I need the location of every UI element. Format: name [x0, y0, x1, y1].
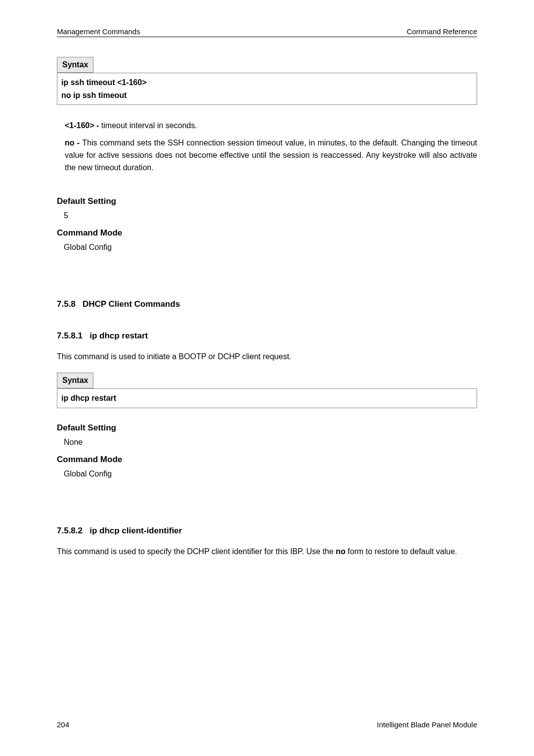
section-7581: 7.5.8.1 ip dhcp restart	[57, 331, 477, 341]
param-block-1: <1-160> - timeout interval in seconds. n…	[65, 120, 477, 174]
section-758-title: DHCP Client Commands	[83, 299, 180, 309]
header-left: Management Commands	[57, 27, 406, 36]
header-right: Command Reference	[406, 27, 477, 36]
section-7582: 7.5.8.2 ip dhcp client-identifier	[57, 526, 477, 536]
section-7581-desc: This command is used to initiate a BOOTP…	[57, 351, 477, 363]
footer-page: 204	[57, 720, 69, 729]
syntax-block-1: Syntax ip ssh timeout <1-160> no ip ssh …	[57, 57, 477, 105]
section-7581-title: ip dhcp restart	[89, 331, 148, 340]
mode-value-2: Global Config	[64, 470, 477, 478]
param-no-text: This command sets the SSH connection ses…	[65, 139, 477, 172]
mode-value-1: Global Config	[64, 243, 477, 252]
section-758-number: 7.5.8	[57, 299, 76, 309]
footer-title: Intelligent Blade Panel Module	[377, 720, 477, 729]
param-range-text: timeout interval in seconds.	[101, 121, 197, 130]
section-7582-title: ip dhcp client-identifier	[89, 526, 182, 535]
section-758: 7.5.8 DHCP Client Commands	[57, 299, 477, 309]
syntax-line-2a: ip dhcp restart	[61, 392, 473, 405]
page-footer: 204 Intelligent Blade Panel Module	[57, 720, 477, 729]
default-heading-2: Default Setting	[57, 423, 477, 433]
page-header: Management Commands Command Reference	[57, 27, 477, 37]
section-7582-number: 7.5.8.2	[57, 526, 83, 535]
syntax-line-1b: no ip ssh timeout	[61, 89, 473, 102]
param-no: no - This command sets the SSH connectio…	[65, 137, 477, 174]
section-7581-number: 7.5.8.1	[57, 331, 83, 340]
default-value-2: None	[64, 438, 477, 447]
param-no-bold: no -	[65, 139, 82, 147]
section-7582-desc-bold: no	[336, 547, 346, 556]
syntax-block-2: Syntax ip dhcp restart	[57, 373, 477, 408]
default-heading-1: Default Setting	[57, 196, 477, 206]
syntax-box-1: ip ssh timeout <1-160> no ip ssh timeout	[57, 73, 477, 105]
default-value-1: 5	[64, 211, 477, 220]
syntax-box-2: ip dhcp restart	[57, 388, 477, 408]
mode-heading-2: Command Mode	[57, 455, 477, 465]
section-7582-desc: This command is used to specify the DCHP…	[57, 546, 477, 558]
section-7582-desc-pre: This command is used to specify the DCHP…	[57, 547, 336, 556]
syntax-line-1a: ip ssh timeout <1-160>	[61, 76, 473, 89]
section-7582-desc-post: form to restore to default value.	[346, 547, 457, 556]
syntax-label-2: Syntax	[57, 373, 93, 388]
param-range: <1-160> - timeout interval in seconds.	[65, 120, 477, 132]
param-range-bold: <1-160> -	[65, 121, 101, 130]
syntax-label-1: Syntax	[57, 57, 93, 73]
mode-heading-1: Command Mode	[57, 228, 477, 238]
